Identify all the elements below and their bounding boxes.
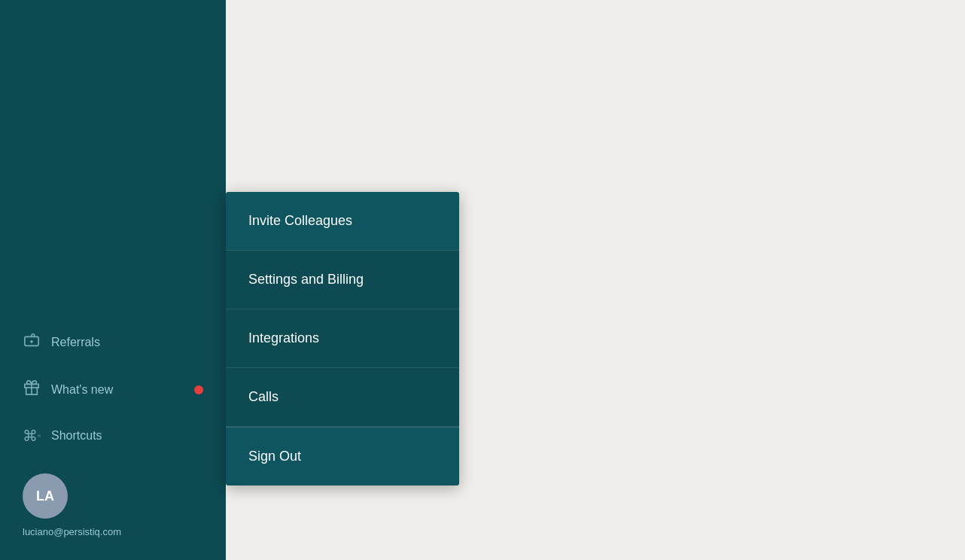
user-email: luciano@persistiq.com [23, 526, 121, 537]
dropdown-calls[interactable]: Calls [226, 368, 459, 427]
notification-badge [194, 385, 203, 394]
sidebar-item-referrals[interactable]: Referrals [0, 318, 226, 366]
user-area: LA luciano@persistiq.com [0, 458, 226, 537]
dropdown-integrations[interactable]: Integrations [226, 309, 459, 368]
sidebar-item-shortcuts-label: Shortcuts [51, 429, 102, 443]
sidebar: Referrals What's new [0, 0, 226, 560]
svg-rect-5 [38, 435, 39, 436]
gift-icon [23, 379, 41, 400]
svg-rect-8 [39, 436, 40, 437]
main-content: Invite Colleagues Settings and Billing I… [226, 0, 965, 560]
sidebar-item-shortcuts[interactable]: Shortcuts [0, 413, 226, 458]
avatar[interactable]: LA [23, 473, 68, 519]
dropdown-sign-out[interactable]: Sign Out [226, 428, 459, 485]
dropdown-menu: Invite Colleagues Settings and Billing I… [226, 192, 459, 485]
referrals-icon [23, 332, 41, 352]
dropdown-settings-billing[interactable]: Settings and Billing [226, 251, 459, 309]
svg-rect-7 [38, 436, 39, 437]
shortcuts-icon [23, 427, 41, 445]
sidebar-item-whats-new[interactable]: What's new [0, 366, 226, 413]
dropdown-invite-colleagues[interactable]: Invite Colleagues [226, 192, 459, 251]
svg-rect-6 [39, 435, 40, 436]
sidebar-bottom-nav: Referrals What's new [0, 318, 226, 537]
sidebar-item-referrals-label: Referrals [51, 336, 100, 349]
sidebar-item-whats-new-label: What's new [51, 383, 113, 397]
sign-out-section: Sign Out [226, 427, 459, 485]
